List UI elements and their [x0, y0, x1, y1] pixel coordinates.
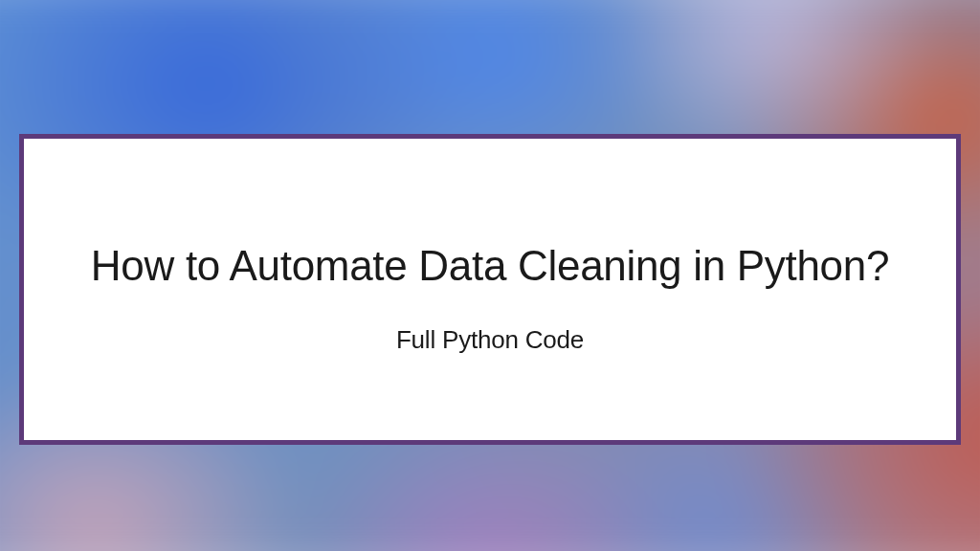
main-title: How to Automate Data Cleaning in Python? [91, 224, 889, 308]
title-card: How to Automate Data Cleaning in Python?… [19, 134, 961, 445]
subtitle: Full Python Code [396, 325, 584, 355]
